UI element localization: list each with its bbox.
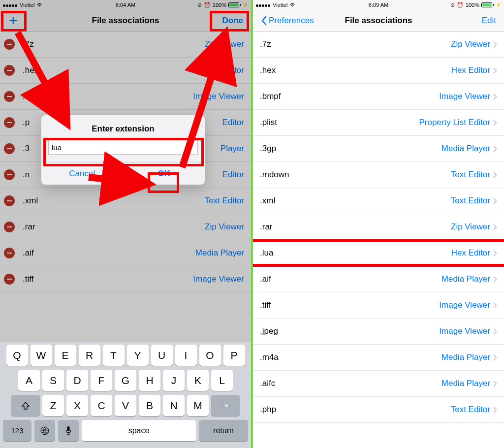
chevron-right-icon	[493, 94, 497, 100]
key-u[interactable]: U	[151, 345, 173, 366]
key-z[interactable]: Z	[42, 395, 64, 416]
key-f[interactable]: F	[91, 370, 112, 391]
delete-row-button[interactable]	[4, 91, 15, 102]
file-association-row[interactable]: .hexHex Editor	[253, 58, 504, 84]
key-t[interactable]: T	[103, 345, 125, 366]
delete-row-button[interactable]	[4, 195, 15, 206]
back-button[interactable]: Preferences	[258, 14, 317, 28]
chevron-right-icon	[493, 354, 497, 361]
delete-row-button[interactable]	[4, 117, 15, 128]
key-i[interactable]: I	[175, 345, 197, 366]
key-o[interactable]: O	[199, 345, 221, 366]
ios-keyboard: QWERTYUIOP ASDFGHJKL ZXCVBNM 123 space r…	[0, 342, 251, 448]
extension-input[interactable]	[48, 140, 198, 155]
key-l[interactable]: L	[211, 370, 233, 391]
extension-label: .xml	[260, 196, 451, 206]
key-a[interactable]: A	[18, 370, 40, 391]
file-association-row[interactable]: .aifMedia Player	[0, 240, 251, 266]
svg-rect-1	[67, 426, 70, 431]
assoc-app-label: Hex Editor	[451, 65, 490, 75]
file-association-row[interactable]: .mdownText Editor	[253, 162, 504, 188]
file-association-row[interactable]: .tiffImage Viewer	[253, 292, 504, 319]
edit-button[interactable]: Edit	[479, 14, 499, 28]
wifi-icon	[36, 2, 42, 7]
file-association-row[interactable]: .xmlText Editor	[0, 188, 251, 214]
key-e[interactable]: E	[55, 345, 76, 366]
delete-row-button[interactable]	[4, 274, 15, 285]
key-x[interactable]: X	[66, 395, 88, 416]
key-d[interactable]: D	[66, 370, 88, 391]
file-association-row[interactable]: .phpText Editor	[253, 397, 504, 423]
assoc-app-label: Image Viewer	[193, 92, 244, 101]
file-association-row[interactable]: .tiffImage Viewer	[0, 266, 251, 292]
signal-strength-icon	[3, 2, 18, 8]
file-association-row[interactable]: .luaHex Editor	[253, 240, 504, 266]
delete-row-button[interactable]	[4, 169, 15, 180]
key-s[interactable]: S	[42, 370, 64, 391]
extension-label: .hex	[23, 65, 205, 75]
extension-label: .aif	[23, 248, 195, 258]
battery-percent: 100%	[213, 2, 226, 8]
key-k[interactable]: K	[187, 370, 209, 391]
status-bar: Viettel 8:09 AM ⊘ ⏰ 100% ⚡	[253, 0, 504, 10]
file-association-row[interactable]: .plistProperty List Editor	[253, 110, 504, 136]
file-association-row[interactable]: .xmlText Editor	[253, 188, 504, 214]
file-association-row[interactable]: .aifcMedia Player	[253, 371, 504, 397]
dictation-key[interactable]	[58, 420, 79, 441]
file-association-row[interactable]: .hexHex Editor	[0, 58, 251, 84]
cancel-button[interactable]: Cancel	[41, 163, 123, 185]
file-association-row[interactable]: .bmpfImage Viewer	[0, 84, 251, 110]
file-association-row[interactable]: .m4aMedia Player	[253, 345, 504, 371]
key-y[interactable]: Y	[127, 345, 149, 366]
file-association-row[interactable]: .bmpfImage Viewer	[253, 84, 504, 110]
assoc-app-label: Media Player	[441, 352, 490, 362]
delete-row-button[interactable]	[4, 222, 15, 232]
assoc-app-label: Text Editor	[451, 405, 490, 415]
key-n[interactable]: N	[163, 395, 185, 416]
extension-label: .tiff	[260, 300, 439, 310]
delete-row-button[interactable]	[4, 65, 15, 76]
file-association-row[interactable]: .jpegImage Viewer	[253, 319, 504, 345]
key-p[interactable]: P	[223, 345, 245, 366]
space-key[interactable]: space	[82, 420, 196, 441]
file-association-row[interactable]: .7zZip Viewer	[253, 32, 504, 58]
right-screenshot: Viettel 8:09 AM ⊘ ⏰ 100% ⚡ Preferences F…	[253, 0, 504, 448]
key-r[interactable]: R	[79, 345, 100, 366]
file-association-row[interactable]: .7zZip Viewer	[0, 32, 251, 58]
return-key[interactable]: return	[199, 420, 248, 441]
delete-row-button[interactable]	[4, 248, 15, 258]
alarm-icon: ⏰	[204, 2, 211, 8]
extension-label: .7z	[260, 39, 451, 49]
assoc-app-label: Media Player	[441, 274, 490, 284]
extension-label: .3gp	[260, 144, 441, 154]
done-button[interactable]: Done	[220, 14, 247, 28]
numbers-key[interactable]: 123	[3, 420, 32, 441]
key-v[interactable]: V	[115, 395, 136, 416]
key-w[interactable]: W	[31, 345, 52, 366]
delete-row-button[interactable]	[4, 39, 15, 50]
key-q[interactable]: Q	[6, 345, 28, 366]
delete-row-button[interactable]	[4, 143, 15, 154]
key-b[interactable]: B	[139, 395, 160, 416]
shift-key[interactable]	[11, 395, 40, 416]
orientation-lock-icon: ⊘	[197, 2, 202, 8]
file-association-row[interactable]: .rarZip Viewer	[0, 214, 251, 240]
chevron-right-icon	[493, 198, 497, 204]
key-g[interactable]: G	[115, 370, 136, 391]
orientation-lock-icon: ⊘	[450, 2, 455, 8]
file-association-row[interactable]: .3gpMedia Player	[253, 136, 504, 162]
key-h[interactable]: H	[139, 370, 160, 391]
key-c[interactable]: C	[91, 395, 112, 416]
key-m[interactable]: M	[187, 395, 209, 416]
page-title: File associations	[0, 16, 251, 26]
file-association-row[interactable]: .rarZip Viewer	[253, 214, 504, 240]
key-j[interactable]: J	[163, 370, 185, 391]
backspace-key[interactable]	[211, 395, 240, 416]
assoc-app-label: Media Player	[441, 379, 490, 388]
add-button[interactable]: +	[5, 16, 22, 26]
assoc-app-label: Media Player	[441, 144, 490, 154]
ok-button[interactable]: OK	[123, 163, 205, 185]
file-association-row[interactable]: .aifMedia Player	[253, 266, 504, 292]
assoc-app-label: Hex Editor	[205, 65, 244, 75]
globe-key[interactable]	[34, 420, 55, 441]
